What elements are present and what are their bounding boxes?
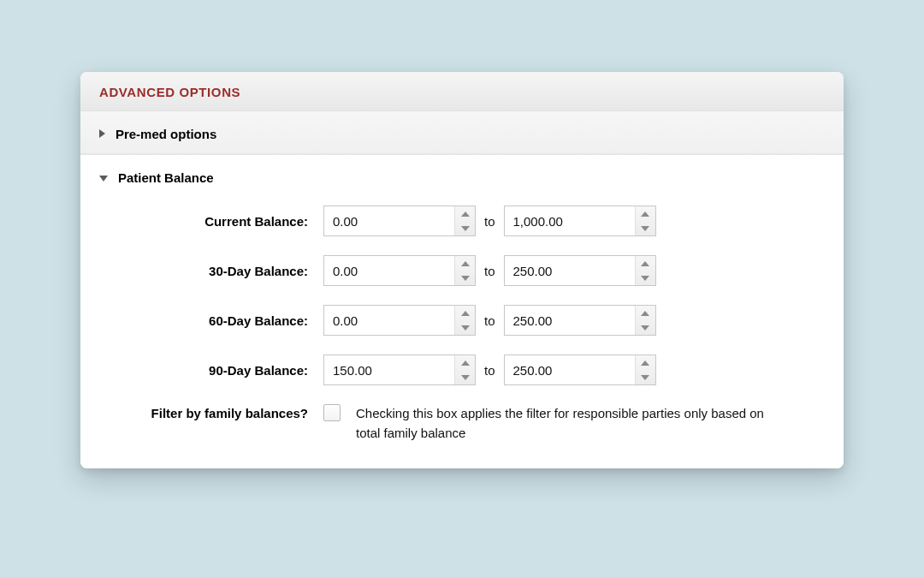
- spinner-buttons: [635, 256, 655, 285]
- range-separator: to: [476, 264, 504, 278]
- d60-balance-to-spinner: [504, 305, 656, 336]
- range-separator: to: [476, 313, 504, 328]
- panel-title: ADVANCED OPTIONS: [99, 85, 240, 99]
- chevron-up-icon: [461, 361, 470, 366]
- spinner-down-button[interactable]: [455, 370, 475, 384]
- row-90-day-balance: 90-Day Balance: to: [99, 355, 825, 385]
- spinner-up-button[interactable]: [636, 206, 655, 221]
- d90-balance-to-input[interactable]: [505, 355, 635, 384]
- d90-balance-from-spinner: [323, 355, 476, 385]
- d60-balance-from-input[interactable]: [324, 306, 454, 335]
- spinner-up-button[interactable]: [636, 256, 655, 271]
- chevron-down-icon: [461, 375, 470, 380]
- chevron-up-icon: [641, 212, 649, 217]
- spinner-down-button[interactable]: [636, 370, 655, 384]
- spinner-down-button[interactable]: [636, 221, 655, 235]
- chevron-up-icon: [461, 311, 470, 316]
- chevron-down-icon: [461, 276, 470, 281]
- chevron-down-icon: [641, 226, 649, 231]
- filter-family-description: Checking this box applies the filter for…: [356, 404, 767, 443]
- chevron-down-icon: [641, 375, 649, 380]
- spinner-buttons: [635, 306, 655, 335]
- chevron-up-icon: [461, 261, 470, 266]
- section-patient-balance-header[interactable]: Patient Balance: [80, 155, 844, 192]
- spinner-down-button[interactable]: [636, 320, 655, 335]
- chevron-up-icon: [461, 212, 470, 217]
- chevron-down-icon: [641, 276, 649, 281]
- spinner-down-button[interactable]: [455, 271, 475, 285]
- chevron-down-icon: [461, 325, 470, 331]
- label-60-day-balance: 60-Day Balance:: [99, 313, 323, 328]
- spinner-up-button[interactable]: [455, 355, 475, 370]
- d30-balance-from-spinner: [323, 255, 476, 286]
- chevron-down-icon: [641, 325, 649, 331]
- chevron-down-icon: [461, 226, 470, 231]
- filter-family-checkbox[interactable]: [323, 404, 341, 421]
- label-current-balance: Current Balance:: [99, 214, 323, 229]
- spinner-up-button[interactable]: [455, 306, 475, 320]
- d90-balance-to-spinner: [504, 355, 656, 385]
- chevron-up-icon: [641, 311, 649, 316]
- spinner-buttons: [454, 355, 475, 384]
- range-separator: to: [476, 363, 504, 378]
- spinner-buttons: [454, 306, 475, 335]
- d30-balance-from-input[interactable]: [324, 256, 454, 285]
- current-balance-to-spinner: [504, 206, 656, 236]
- spinner-buttons: [454, 256, 475, 285]
- spinner-up-button[interactable]: [455, 206, 475, 221]
- spinner-buttons: [635, 355, 655, 384]
- section-patient-balance-body: Current Balance: to: [80, 192, 844, 468]
- label-30-day-balance: 30-Day Balance:: [99, 264, 323, 278]
- chevron-down-icon: [99, 176, 108, 182]
- d60-balance-from-spinner: [323, 305, 476, 336]
- d30-balance-to-input[interactable]: [505, 256, 635, 285]
- spinner-buttons: [635, 206, 655, 235]
- section-pre-med-title: Pre-med options: [116, 127, 216, 141]
- section-patient-balance: Patient Balance Current Balance: to: [80, 155, 844, 468]
- panel-header: ADVANCED OPTIONS: [80, 72, 844, 111]
- spinner-buttons: [454, 206, 475, 235]
- row-30-day-balance: 30-Day Balance: to: [99, 255, 825, 286]
- label-filter-family: Filter by family balances?: [99, 404, 323, 420]
- row-60-day-balance: 60-Day Balance: to: [99, 305, 825, 336]
- advanced-options-panel: ADVANCED OPTIONS Pre-med options Patient…: [80, 72, 844, 468]
- spinner-up-button[interactable]: [636, 355, 655, 370]
- range-separator: to: [476, 214, 504, 229]
- row-current-balance: Current Balance: to: [99, 206, 825, 236]
- section-patient-balance-title: Patient Balance: [118, 170, 214, 185]
- spinner-down-button[interactable]: [455, 221, 475, 235]
- d60-balance-to-input[interactable]: [505, 306, 635, 335]
- spinner-down-button[interactable]: [455, 320, 475, 335]
- spinner-up-button[interactable]: [455, 256, 475, 271]
- current-balance-to-input[interactable]: [505, 206, 635, 235]
- spinner-down-button[interactable]: [636, 271, 655, 285]
- row-filter-family: Filter by family balances? Checking this…: [99, 404, 825, 443]
- chevron-up-icon: [641, 361, 649, 366]
- d90-balance-from-input[interactable]: [324, 355, 454, 384]
- chevron-up-icon: [641, 261, 649, 266]
- current-balance-from-input[interactable]: [324, 206, 454, 235]
- section-pre-med-header[interactable]: Pre-med options: [80, 111, 844, 154]
- label-90-day-balance: 90-Day Balance:: [99, 363, 323, 378]
- d30-balance-to-spinner: [504, 255, 656, 286]
- current-balance-from-spinner: [323, 206, 476, 236]
- chevron-right-icon: [99, 129, 105, 138]
- spinner-up-button[interactable]: [636, 306, 655, 320]
- section-pre-med: Pre-med options: [80, 111, 844, 155]
